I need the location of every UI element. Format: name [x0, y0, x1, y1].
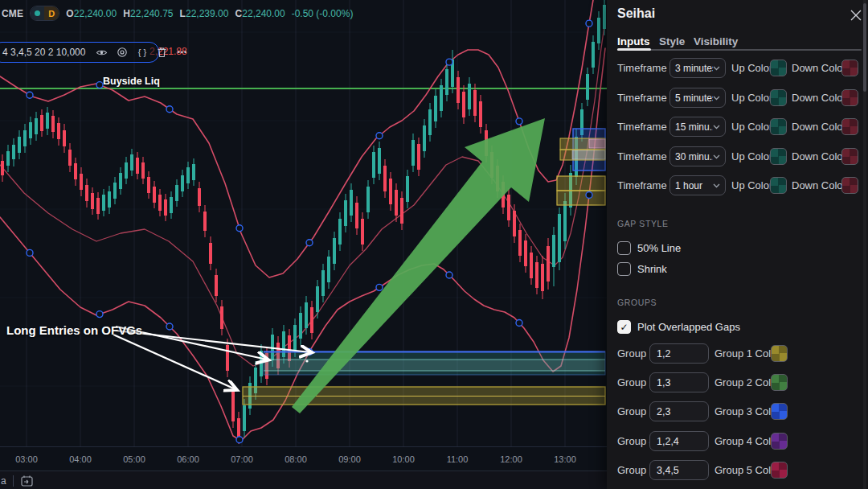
- select-value: 15 minu...: [675, 121, 713, 133]
- indicator-legend[interactable]: 4 3,4,5 20 2 10,000 { } •••: [0, 42, 159, 63]
- status-dot-segment: [31, 6, 44, 20]
- timeframe-select[interactable]: 5 minutes: [669, 88, 726, 108]
- tab-inputs[interactable]: Inputs: [617, 35, 650, 47]
- checkbox-50-line[interactable]: [617, 241, 631, 255]
- time-axis-label: 03:00: [15, 454, 38, 464]
- timeframe-label: Timeframe 4: [617, 150, 675, 162]
- up-color-swatch[interactable]: [770, 118, 787, 135]
- timeframe-label: Timeframe 2: [617, 92, 675, 104]
- group-input-value: 2,3: [657, 406, 670, 417]
- chevron-down-icon: [713, 154, 720, 159]
- interval-toggle[interactable]: D: [30, 6, 59, 21]
- select-value: 1 hour: [675, 180, 713, 191]
- group-color-swatch[interactable]: [771, 374, 788, 391]
- down-color-swatch[interactable]: [841, 60, 858, 76]
- time-axis-label: 06:00: [177, 454, 199, 464]
- trash-icon[interactable]: [156, 47, 168, 59]
- close-icon[interactable]: [848, 7, 864, 23]
- select-value: 30 minu...: [675, 151, 713, 162]
- dialog-scrollbar[interactable]: [863, 0, 866, 489]
- select-value: 5 minutes: [675, 92, 713, 104]
- timeframe-label: Timeframe 3: [617, 121, 675, 133]
- more-options-icon[interactable]: •••: [176, 47, 188, 59]
- down-color-label: Down Color: [792, 92, 846, 104]
- tab-style[interactable]: Style: [659, 35, 685, 47]
- time-axis-label: 05:00: [123, 454, 145, 464]
- up-color-swatch[interactable]: [770, 177, 787, 194]
- time-axis-label: 04:00: [69, 454, 92, 464]
- up-color-swatch[interactable]: [770, 148, 787, 165]
- down-color-swatch[interactable]: [841, 118, 858, 135]
- up-color-label: Up Color: [731, 150, 772, 162]
- select-value: 3 minutes: [675, 63, 713, 74]
- chevron-down-icon: [713, 96, 720, 101]
- trading-app: { "header": { "exchange": "CME", "interv…: [0, 0, 868, 489]
- tab-visibility[interactable]: Visibility: [694, 35, 738, 47]
- up-color-label: Up Color: [731, 179, 772, 191]
- partial-toolbar-text: a: [1, 475, 6, 487]
- time-axis-label: 11:00: [447, 454, 469, 464]
- interval-badge[interactable]: D: [44, 6, 59, 20]
- down-color-label: Down Color: [792, 179, 846, 191]
- group-input[interactable]: 3,4,5: [649, 460, 709, 480]
- ohlc-open: O22,240.00: [66, 8, 117, 19]
- group-input-value: 3,4,5: [657, 465, 679, 476]
- checkbox-plot-overlapped-label[interactable]: Plot Overlapped Gaps: [637, 321, 740, 333]
- candles: [1, 0, 606, 444]
- ohlc-high: H22,240.75: [123, 8, 173, 19]
- bottom-toolbar: a: [0, 471, 607, 489]
- time-axis-label: 12:00: [500, 454, 522, 464]
- group-color-swatch[interactable]: [771, 433, 788, 450]
- timeframe-select[interactable]: 1 hour: [669, 175, 726, 195]
- time-axis-label: 10:00: [392, 454, 415, 464]
- checkbox-plot-overlapped[interactable]: ✓: [617, 320, 631, 334]
- timeframe-select[interactable]: 3 minutes: [669, 58, 726, 78]
- timeframe-label: Timeframe 1: [617, 62, 675, 74]
- up-color-swatch[interactable]: [770, 60, 787, 76]
- group-input-value: 1,2: [657, 348, 670, 360]
- group-input[interactable]: 1,2,4: [649, 431, 709, 451]
- time-axis-label: 09:00: [338, 454, 361, 464]
- group-input[interactable]: 1,3: [649, 372, 709, 392]
- symbol-ohlc-bar: CME D O22,240.00 H22,240.75 L22,239.00 C…: [2, 6, 353, 21]
- checkbox-shrink[interactable]: [617, 262, 631, 276]
- buyside-liq-label[interactable]: Buyside Liq: [103, 76, 160, 87]
- chart-canvas[interactable]: [0, 0, 607, 446]
- settings-icon[interactable]: [116, 47, 128, 59]
- down-color-label: Down Color: [792, 62, 846, 74]
- group-input-value: 1,3: [657, 377, 670, 388]
- timeframe-select[interactable]: 15 minu...: [669, 117, 726, 137]
- down-color-label: Down Color: [792, 121, 846, 133]
- ohlc-low: L22,239.00: [179, 8, 228, 19]
- checkbox-shrink-label[interactable]: Shrink: [637, 263, 667, 275]
- down-color-swatch[interactable]: [841, 148, 858, 165]
- timeframe-label: Timeframe 5: [617, 179, 675, 191]
- down-color-swatch[interactable]: [841, 89, 858, 106]
- ohlc-change: -0.50 (-0.00%): [292, 8, 354, 19]
- group-color-swatch[interactable]: [771, 403, 788, 420]
- chevron-down-icon: [713, 125, 720, 129]
- group-input[interactable]: 1,2: [649, 343, 709, 364]
- scrollbar-thumb[interactable]: [863, 3, 866, 92]
- chart-region: CME D O22,240.00 H22,240.75 L22,239.00 C…: [0, 0, 607, 489]
- up-color-swatch[interactable]: [770, 89, 787, 106]
- source-code-icon[interactable]: { }: [136, 47, 148, 59]
- exchange-label[interactable]: CME: [2, 8, 23, 19]
- long-entries-label[interactable]: Long Entries on OFVGs: [6, 323, 142, 337]
- time-axis[interactable]: 03:0004:0005:0006:0007:0008:0009:0010:00…: [0, 446, 607, 471]
- eye-icon[interactable]: [96, 47, 108, 59]
- group-input[interactable]: 2,3: [649, 401, 709, 421]
- time-axis-label: 13:00: [554, 454, 576, 464]
- group-color-swatch[interactable]: [771, 345, 788, 362]
- go-to-date-icon[interactable]: [20, 475, 34, 487]
- time-axis-label: 07:00: [231, 454, 253, 464]
- live-dot-icon: [35, 10, 40, 16]
- section-header-gap-style: GAP STYLE: [617, 219, 669, 228]
- active-tab-underline: [617, 48, 651, 51]
- timeframe-select[interactable]: 30 minu...: [669, 146, 726, 166]
- chevron-down-icon: [713, 66, 720, 71]
- group-color-swatch[interactable]: [771, 462, 788, 479]
- indicator-params: 4 3,4,5 20 2 10,000: [2, 47, 85, 58]
- down-color-swatch[interactable]: [841, 177, 858, 194]
- checkbox-50-line-label[interactable]: 50% Line: [637, 242, 681, 254]
